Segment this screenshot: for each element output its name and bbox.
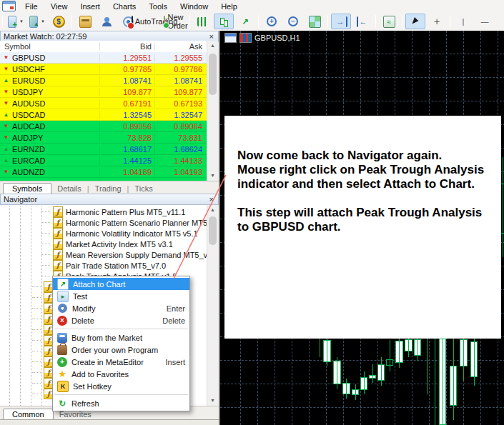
trendline-button[interactable] (496, 14, 504, 29)
bid-value: 1.68617 (99, 145, 154, 154)
market-watch-button[interactable] (49, 14, 69, 29)
profiles-button[interactable]: ▼ (27, 14, 47, 29)
market-watch-row-gbpusd[interactable]: ▼GBPUSD1.295511.29555 (0, 52, 207, 64)
person-button[interactable] (97, 14, 117, 29)
line-chart-button[interactable] (235, 14, 255, 29)
cursor-button[interactable] (405, 14, 425, 29)
column-ask[interactable]: Ask (154, 42, 207, 51)
context-menu-item-attach-to-chart[interactable]: Attach to Chart (53, 278, 189, 290)
navigator-item-partial[interactable]: ƒ (32, 281, 54, 292)
wallet-button[interactable] (75, 14, 95, 29)
chart-area[interactable]: GBPUSD,H1 Now come back to Navigator aga… (219, 31, 504, 425)
scrollbar-thumb[interactable] (209, 216, 217, 245)
context-menu-item-set-hotkey[interactable]: Set Hotkey (53, 380, 189, 392)
navigator-item-partial[interactable]: ƒ (32, 324, 54, 335)
navigator-item-partial[interactable]: ƒ (32, 303, 54, 314)
ask-value: 1.08741 (154, 76, 207, 85)
context-menu-item-test[interactable]: Test (53, 290, 189, 302)
tree-connector (32, 394, 41, 394)
navigator-scrollbar[interactable]: ▲ ▼ (207, 205, 218, 406)
new-chart-button[interactable]: ▼ (6, 14, 26, 29)
context-menu-item-modify[interactable]: ModifyEnter (53, 302, 189, 314)
symbol-name: USDCHF (12, 65, 45, 74)
autotrading-icon (132, 16, 133, 28)
context-menu-item-add-to-favorites[interactable]: Add to Favorites (53, 368, 189, 380)
indicators-button[interactable] (379, 14, 399, 29)
menu-help[interactable]: Help (214, 1, 244, 12)
menu-tools[interactable]: Tools (142, 1, 174, 12)
scroll-up-icon[interactable]: ▲ (207, 41, 218, 51)
dropdown-caret-icon[interactable]: ▼ (41, 19, 45, 24)
dropdown-caret-icon[interactable]: ▼ (19, 19, 24, 24)
menu-view[interactable]: View (44, 1, 74, 12)
market-watch-row-audcad[interactable]: ▼AUDCAD0.890560.89064 (0, 121, 207, 132)
navigator-close-icon[interactable]: × (208, 196, 215, 203)
market-watch-row-usdjpy[interactable]: ▼USDJPY109.877109.877 (0, 86, 207, 98)
market-watch-tab-trading[interactable]: Trading (89, 184, 127, 194)
navigator-item-partial[interactable]: ƒ (32, 335, 54, 346)
navigator-item-1[interactable]: ƒHarmonic Pattern Plus MT5_v11.1 (41, 206, 185, 217)
market-watch-row-audnzd[interactable]: ▼AUDNZD1.041891.04193 (0, 166, 207, 178)
menu-charts[interactable]: Charts (107, 1, 142, 12)
scrollbar-thumb[interactable] (209, 54, 217, 95)
vertical-line-button[interactable] (453, 14, 473, 29)
new-order-button[interactable]: New Order (166, 14, 186, 29)
context-menu-item-order-your-own-program[interactable]: Order your own Program (53, 344, 189, 356)
horizontal-line-button[interactable] (475, 14, 495, 29)
tree-connector (41, 265, 50, 266)
chart-shift-button[interactable] (352, 14, 372, 29)
navigator-item-partial[interactable]: ƒ (32, 389, 54, 399)
scroll-up-icon[interactable]: ▲ (207, 205, 218, 215)
market-watch-row-eurusd[interactable]: ▲EURUSD1.087411.08741 (0, 75, 207, 86)
market-watch-row-usdchf[interactable]: ▼USDCHF0.977850.97786 (0, 64, 207, 75)
autotrading-button[interactable]: AutoTrading (144, 14, 164, 29)
scroll-down-icon[interactable]: ▼ (207, 396, 218, 406)
navigator-item-6[interactable]: ƒPair Trade Station MT5_v7.0 (41, 260, 166, 271)
tile-windows-button[interactable] (305, 14, 325, 29)
market-watch-row-eurnzd[interactable]: ▲EURNZD1.686171.68624 (0, 144, 207, 155)
context-menu-item-buy-from-the-market[interactable]: Buy from the Market (53, 331, 189, 344)
candle-wick (474, 339, 475, 386)
market-watch-row-eurcad[interactable]: ▲EURCAD1.441251.44133 (0, 155, 207, 166)
menu-window[interactable]: Window (174, 1, 214, 12)
market-watch-row-usdcad[interactable]: ▲USDCAD1.325451.32547 (0, 109, 207, 121)
menu-file[interactable]: File (19, 1, 44, 12)
market-watch-row-audusd[interactable]: ▼AUDUSD0.671910.67193 (0, 98, 207, 109)
candlestick-button[interactable] (214, 14, 234, 29)
context-menu-item-create-in-metaeditor[interactable]: Create in MetaEditorInsert (53, 356, 189, 368)
navigator-item-partial[interactable]: ƒ (32, 346, 54, 356)
navigator-item-partial[interactable]: ƒ (32, 292, 54, 303)
market-watch-tab-ticks[interactable]: Ticks (129, 184, 158, 194)
auto-scroll-button[interactable] (331, 14, 351, 29)
navigator-item-partial[interactable]: ƒ (32, 378, 54, 389)
market-watch-close-icon[interactable]: × (208, 33, 215, 40)
column-bid[interactable]: Bid (99, 42, 154, 51)
bar-chart-button[interactable] (192, 14, 212, 29)
briefcase-icon (57, 345, 67, 355)
navigator-item-5[interactable]: ƒMean Reversion Supply Demand MT5_v5.7 (41, 249, 207, 260)
menu-insert[interactable]: Insert (74, 1, 107, 12)
navigator-item-2[interactable]: ƒHarmonic Pattern Scenario Planner MT5_v… (41, 217, 207, 228)
bid-value: 0.89056 (99, 122, 154, 131)
zoom-out-button[interactable] (283, 14, 303, 29)
tree-guide-line (9, 206, 11, 406)
navigator-item-partial[interactable]: ƒ (32, 367, 54, 378)
zoom-in-button[interactable] (262, 14, 282, 29)
navigator-item-partial[interactable]: ƒ (32, 314, 54, 324)
context-menu-item-refresh[interactable]: Refresh (53, 397, 189, 409)
column-symbol[interactable]: Symbol (0, 42, 99, 51)
market-watch-tab-details[interactable]: Details (51, 184, 87, 194)
metatrader-logo-icon[interactable] (2, 1, 16, 11)
ask-value: 1.44133 (154, 156, 207, 165)
context-menu-item-delete[interactable]: DeleteDelete (53, 314, 189, 326)
crosshair-button[interactable] (427, 14, 447, 29)
down-trend-icon: ▼ (3, 123, 9, 129)
indicator-file-icon: ƒ (53, 217, 63, 228)
scroll-down-icon[interactable]: ▼ (207, 171, 218, 181)
market-watch-row-audjpy[interactable]: ▼AUDJPY73.82873.831 (0, 132, 207, 144)
navigator-item-4[interactable]: ƒMarket Activity Index MT5 v3.1 (41, 239, 173, 249)
hotkey-icon (57, 381, 69, 392)
navigator-item-3[interactable]: ƒHarmonic Volatility Indicator MT5 v5.1 (41, 228, 198, 239)
navigator-item-partial[interactable]: ƒ (32, 356, 54, 367)
market-watch-scrollbar[interactable]: ▲ ▼ (207, 41, 218, 181)
